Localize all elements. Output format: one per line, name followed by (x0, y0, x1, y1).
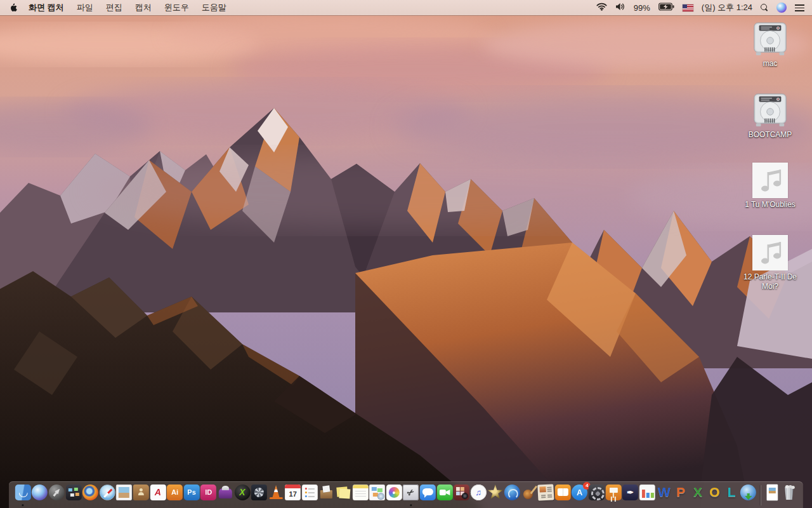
dock-photo-booth-icon[interactable] (454, 485, 469, 500)
dock-siri-icon[interactable] (32, 485, 48, 500)
dock-ibooks-icon[interactable] (555, 485, 571, 500)
dock-disk-fan-app-icon[interactable] (251, 485, 267, 500)
menu-capture[interactable]: 캡처 (135, 2, 152, 13)
volume-icon[interactable] (615, 3, 625, 13)
ms-excel-glyph: X (690, 485, 705, 500)
desktop-wallpaper (0, 0, 812, 508)
dock-vlc-icon[interactable] (268, 485, 284, 500)
wifi-icon[interactable] (596, 3, 607, 13)
battery-charging-icon[interactable] (658, 3, 674, 13)
menu-edit[interactable]: 편집 (106, 2, 122, 13)
dock-safari-icon[interactable] (100, 485, 115, 500)
dock: AAiPsIDX17✂♫A4✒WPXOL (9, 481, 803, 508)
battery-percentage: 99% (634, 3, 650, 13)
dock-web-pages-app-icon[interactable] (369, 485, 385, 500)
menu-bar: 화면 캡처 파일편집캡처윈도우도움말 99% (0, 0, 812, 15)
dock-notes-icon[interactable] (353, 485, 369, 500)
dock-app-store-icon[interactable]: A4 (572, 485, 587, 500)
desktop-icon-audio-file-tu-moublies[interactable]: 1 Tu M'Oublies (740, 163, 801, 210)
menu-window[interactable]: 윈도우 (164, 2, 189, 13)
spotlight-search-icon[interactable] (761, 4, 768, 11)
dock-adobe-indesign-icon[interactable]: ID (200, 485, 216, 500)
menu-bar-clock[interactable]: (일) 오후 1:24 (702, 2, 752, 13)
desktop-icon-label: 1 Tu M'Oublies (745, 200, 796, 210)
menu-help[interactable]: 도움말 (202, 2, 226, 13)
dock-reminders-icon[interactable] (302, 485, 318, 500)
dock-trash-icon[interactable] (781, 485, 797, 500)
desktop-icon-column: mac BOOTCAMP 1 Tu M'Oublies 12 Parle-T-I… (740, 0, 801, 508)
x-green-app-glyph: X (234, 485, 250, 500)
adobe-acrobat-glyph: A (150, 485, 166, 500)
dock-mission-control-icon[interactable] (65, 485, 81, 500)
dock-calendar-icon[interactable]: 17 (285, 485, 301, 500)
dock-launchpad-icon[interactable] (49, 485, 65, 500)
dock-download-globe-app-icon[interactable] (740, 485, 756, 500)
dock-stickies-icon[interactable] (336, 485, 351, 500)
desktop-icon-label: BOOTCAMP (749, 130, 792, 140)
dock-garageband-icon[interactable] (521, 485, 537, 500)
desktop-icon-bootcamp-drive[interactable]: BOOTCAMP (740, 93, 801, 140)
dock-ms-word-icon[interactable]: W (656, 485, 672, 500)
dock-ms-lync-icon[interactable]: L (724, 485, 740, 500)
adobe-illustrator-glyph: Ai (167, 485, 183, 500)
dock-toast-burner-icon[interactable] (218, 485, 233, 500)
calendar-glyph: 17 (285, 485, 301, 500)
grab-screen-capture-glyph: ✂ (400, 481, 422, 504)
desktop-icon-mac-drive[interactable]: mac (740, 22, 801, 69)
ms-outlook-glyph: O (707, 485, 723, 500)
dock-preview-icon[interactable] (116, 485, 132, 500)
finder-running-indicator (22, 504, 24, 506)
dock-imovie-icon[interactable] (487, 485, 503, 500)
dock-adobe-illustrator-icon[interactable]: Ai (167, 485, 183, 500)
input-source-us-flag-icon[interactable] (683, 4, 693, 11)
audio-file-icon (752, 163, 788, 198)
dock-newsletter-app-icon[interactable] (537, 484, 554, 500)
dock-adobe-photoshop-icon[interactable]: Ps (184, 485, 200, 500)
desktop-icon-label: 12 Parle-T-Il De Moi? (740, 272, 801, 291)
ms-word-glyph: W (656, 485, 672, 500)
itunes-glyph: ♫ (471, 485, 487, 500)
adobe-photoshop-glyph: Ps (184, 485, 200, 500)
dock-idvd-icon[interactable] (504, 485, 520, 500)
dock-archive-box-app-icon[interactable] (318, 485, 334, 500)
dock-numbers-icon[interactable] (639, 485, 655, 500)
dock-system-preferences-icon[interactable] (589, 485, 605, 500)
dock-x-green-app-icon[interactable]: X (234, 485, 250, 500)
dock-ms-outlook-icon[interactable]: O (707, 485, 723, 500)
adobe-indesign-glyph: ID (200, 485, 216, 500)
dock-messages-icon[interactable] (420, 485, 436, 500)
dock-grab-screen-capture-icon[interactable]: ✂ (403, 485, 419, 500)
menu-file[interactable]: 파일 (77, 2, 93, 13)
dock-adobe-acrobat-icon[interactable]: A (150, 485, 166, 500)
siri-menu-icon[interactable] (776, 3, 787, 13)
dock-photos-icon[interactable] (386, 485, 402, 500)
dock-document-file-icon[interactable] (764, 485, 780, 500)
dock-firefox-icon[interactable] (82, 485, 98, 500)
dock-itunes-icon[interactable]: ♫ (471, 485, 487, 500)
ms-powerpoint-glyph: P (673, 485, 689, 500)
dock-pages-icon[interactable]: ✒ (622, 485, 638, 500)
notification-center-icon[interactable] (795, 4, 804, 11)
dock-keynote-icon[interactable] (605, 485, 621, 500)
hard-drive-icon (750, 93, 790, 128)
grab-screen-capture-running-indicator (410, 504, 412, 506)
ms-lync-glyph: L (724, 485, 740, 500)
dock-facetime-icon[interactable] (436, 485, 452, 500)
dock-contacts-icon[interactable] (133, 485, 149, 500)
active-app-name[interactable]: 화면 캡처 (29, 2, 64, 13)
audio-file-icon (752, 235, 788, 271)
dock-ms-excel-icon[interactable]: X (690, 485, 705, 500)
desktop-icon-label: mac (763, 59, 778, 69)
apple-menu-icon[interactable] (9, 3, 17, 13)
dock-ms-powerpoint-icon[interactable]: P (673, 485, 689, 500)
dock-divider (760, 485, 761, 505)
desktop-icon-audio-file-parle-t-il-de-moi[interactable]: 12 Parle-T-Il De Moi? (740, 235, 801, 291)
dock-finder-icon[interactable] (15, 485, 31, 500)
pages-glyph: ✒ (622, 485, 638, 500)
hard-drive-icon (750, 22, 790, 57)
